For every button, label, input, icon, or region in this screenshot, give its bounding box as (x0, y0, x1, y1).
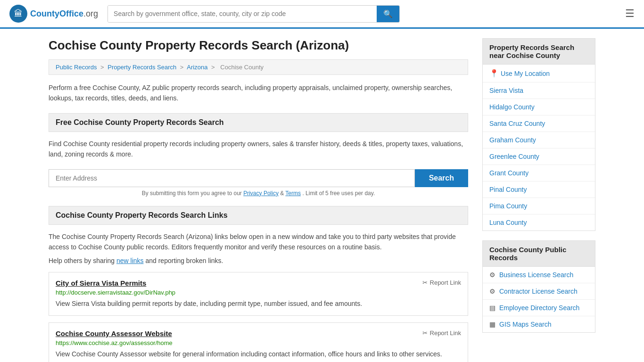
link-card-header: City of Sierra Vista Permits ✂ Report Li… (56, 279, 461, 287)
privacy-policy-link[interactable]: Privacy Policy (243, 190, 279, 197)
links-section: Cochise County Property Records Search L… (49, 206, 468, 362)
sidebar-item-luna[interactable]: Luna County (483, 214, 595, 230)
global-search-button[interactable]: 🔍 (377, 6, 399, 22)
report-link-button-2[interactable]: ✂ Report Link (422, 329, 461, 337)
sidebar-use-my-location[interactable]: 📍 Use My Location (483, 65, 595, 82)
sidebar-item-santa-cruz[interactable]: Santa Cruz County (483, 115, 595, 132)
sidebar-public-records-section: Cochise County Public Records ⚙ Business… (482, 240, 595, 333)
main-content: Cochise County Property Records Search (… (49, 38, 468, 362)
sidebar-nearby-section: Property Records Search near Cochise Cou… (482, 38, 595, 231)
sidebar-item-gis-maps[interactable]: ▦ GIS Maps Search (483, 316, 595, 332)
breadcrumb: Public Records > Property Records Search… (49, 59, 468, 75)
link-card-sierra-vista: City of Sierra Vista Permits ✂ Report Li… (49, 272, 468, 316)
breadcrumb-property-records[interactable]: Property Records Search (107, 64, 176, 71)
link-url-1[interactable]: http://docserve.sierravistaaz.gov/DirNav… (56, 289, 461, 296)
sidebar-item-hidalgo[interactable]: Hidalgo County (483, 99, 595, 115)
search-form-row: Search (49, 169, 468, 187)
logo-text: CountyOffice.org (30, 9, 98, 19)
sidebar-nearby-heading: Property Records Search near Cochise Cou… (482, 38, 595, 65)
links-description: The Cochise County Property Records Sear… (49, 231, 468, 253)
logo-icon: 🏛 (9, 5, 27, 23)
page-title: Cochise County Property Records Search (… (49, 38, 468, 53)
report-icon-2: ✂ (422, 329, 428, 337)
sidebar-item-sierra-vista[interactable]: Sierra Vista (483, 82, 595, 99)
terms-link[interactable]: Terms (285, 190, 301, 197)
link-card-title-1[interactable]: City of Sierra Vista Permits (56, 279, 146, 287)
page-description: Perform a free Cochise County, AZ public… (49, 82, 468, 104)
link-desc-1: View Sierra Vista building permit report… (56, 299, 461, 309)
breadcrumb-public-records[interactable]: Public Records (56, 64, 97, 71)
form-disclaimer: By submitting this form you agree to our… (49, 190, 468, 197)
link-card-header-2: Cochise County Assessor Website ✂ Report… (56, 329, 461, 337)
location-icon: 📍 (489, 69, 499, 77)
directory-icon: ▤ (489, 304, 495, 312)
sidebar-item-pima[interactable]: Pima County (483, 198, 595, 214)
global-search-bar: 🔍 (107, 5, 400, 23)
free-search-heading: Free Cochise County Property Records Sea… (49, 113, 468, 132)
address-search-button[interactable]: Search (415, 169, 468, 187)
sidebar-nearby-list: 📍 Use My Location Sierra Vista Hidalgo C… (482, 65, 595, 231)
sidebar-public-records-heading: Cochise County Public Records (482, 240, 595, 267)
map-icon: ▦ (489, 321, 495, 328)
new-links-link[interactable]: new links (116, 257, 144, 264)
menu-button[interactable]: ☰ (625, 8, 635, 20)
global-search-input[interactable] (108, 6, 377, 22)
sidebar-item-greenlee[interactable]: Greenlee County (483, 148, 595, 165)
breadcrumb-arizona[interactable]: Arizona (187, 64, 207, 71)
logo[interactable]: 🏛 CountyOffice.org (9, 5, 98, 23)
links-section-heading: Cochise County Property Records Search L… (49, 206, 468, 225)
main-container: Cochise County Property Records Search (… (39, 29, 605, 362)
breadcrumb-current: Cochise County (220, 64, 264, 71)
sidebar-item-pinal[interactable]: Pinal County (483, 181, 595, 198)
link-url-2[interactable]: https://www.cochise.az.gov/assessor/home (56, 339, 461, 346)
link-desc-2: View Cochise County Assessor website for… (56, 349, 461, 359)
sidebar-item-grant[interactable]: Grant County (483, 165, 595, 181)
help-text: Help others by sharing new links and rep… (49, 257, 468, 264)
sidebar-public-records-list: ⚙ Business License Search ⚙ Contractor L… (482, 267, 595, 333)
gear-icon-1: ⚙ (489, 271, 495, 279)
address-search-form: Search By submitting this form you agree… (49, 169, 468, 197)
site-header: 🏛 CountyOffice.org 🔍 ☰ (0, 0, 644, 29)
sidebar-item-contractor-license[interactable]: ⚙ Contractor License Search (483, 283, 595, 300)
sidebar-item-graham[interactable]: Graham County (483, 132, 595, 148)
free-search-description: Find Cochise County residential property… (49, 139, 468, 160)
sidebar-item-business-license[interactable]: ⚙ Business License Search (483, 267, 595, 283)
link-card-title-2[interactable]: Cochise County Assessor Website (56, 329, 172, 337)
link-card-assessor: Cochise County Assessor Website ✂ Report… (49, 322, 468, 362)
address-input[interactable] (49, 169, 415, 187)
sidebar: Property Records Search near Cochise Cou… (482, 38, 595, 362)
report-link-button-1[interactable]: ✂ Report Link (422, 279, 461, 286)
report-icon-1: ✂ (422, 279, 428, 286)
sidebar-item-employee-directory[interactable]: ▤ Employee Directory Search (483, 300, 595, 316)
gear-icon-2: ⚙ (489, 288, 495, 295)
